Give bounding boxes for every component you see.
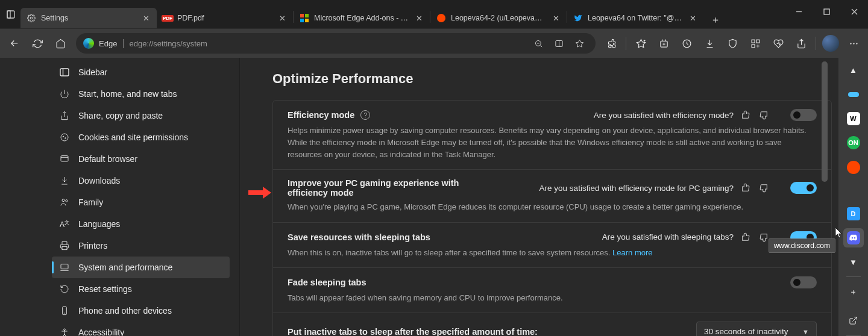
tab-title: PDF.pdf	[177, 14, 272, 22]
nav-label: Printers	[78, 241, 107, 250]
nav-reset[interactable]: Reset settings	[52, 278, 230, 300]
sidebar-discord-shortcut[interactable]	[843, 228, 864, 247]
tab-settings[interactable]: Settings ✕	[20, 8, 157, 28]
row-description: Helps minimize power usage by saving com…	[288, 125, 817, 161]
page-title: Optimize Performance	[272, 71, 832, 87]
new-tab-button[interactable]: ＋	[707, 11, 724, 28]
svg-rect-1	[7, 11, 10, 18]
close-icon[interactable]: ✕	[688, 13, 697, 23]
nav-languages[interactable]: A文Languages	[52, 213, 230, 235]
efficiency-toggle[interactable]	[790, 109, 817, 121]
titlebar: Settings ✕ PDF PDF.pdf ✕ Microsoft Edge …	[0, 0, 868, 29]
scrollbar-thumb[interactable]	[822, 61, 828, 182]
satisfy-text: Are you satisfied with efficiency mode?	[594, 111, 734, 120]
phone-icon	[59, 305, 70, 316]
tab-addons[interactable]: Microsoft Edge Add-ons - The ✕	[294, 8, 430, 28]
sidebar-edge-shortcut[interactable]	[843, 84, 864, 104]
nav-default-browser[interactable]: Default browser	[52, 148, 230, 170]
nav-accessibility[interactable]: Accessibility	[52, 322, 230, 336]
address-bar[interactable]: Edge | edge://settings/system	[76, 33, 596, 54]
svg-point-31	[856, 43, 857, 44]
thumbs-up-button[interactable]	[740, 109, 752, 121]
extensions-button[interactable]	[600, 33, 622, 54]
twitter-icon	[573, 13, 583, 23]
tab-pdf[interactable]: PDF PDF.pdf ✕	[157, 8, 293, 28]
inactivity-dropdown[interactable]: 30 seconds of inactivity ▼	[696, 322, 817, 336]
favorite-button[interactable]	[570, 34, 588, 52]
performance-button[interactable]	[767, 33, 789, 54]
favorites-button[interactable]	[630, 33, 652, 54]
toolbar-separator	[816, 37, 816, 50]
sidebar-collapse-button[interactable]: ▼	[843, 252, 864, 272]
svg-point-35	[63, 136, 63, 137]
menu-button[interactable]	[843, 33, 864, 54]
thumbs-up-button[interactable]	[740, 182, 752, 194]
row-title: Put inactive tabs to sleep after the spe…	[288, 327, 538, 336]
learn-more-link[interactable]: Learn more	[612, 248, 652, 257]
nav-share[interactable]: Share, copy and paste	[52, 105, 230, 126]
fade-toggle[interactable]	[790, 276, 817, 288]
satisfy-text: Are you satisfied with efficiency mode f…	[539, 184, 734, 193]
nav-family[interactable]: Family	[52, 191, 230, 213]
maximize-button[interactable]	[813, 0, 840, 23]
tab-reddit[interactable]: Leopeva64-2 (u/Leopeva64-2) ✕	[430, 8, 567, 28]
sidebar-wikipedia-shortcut[interactable]: W	[843, 109, 864, 128]
svg-point-36	[65, 138, 66, 138]
content-scrollbar[interactable]	[821, 58, 828, 336]
profile-button[interactable]	[820, 33, 841, 54]
info-icon[interactable]: ?	[360, 110, 370, 120]
nav-system-performance[interactable]: System and performance	[52, 257, 230, 278]
content-area: Optimize Performance Efficiency mode ? A…	[240, 58, 868, 336]
reader-button[interactable]	[550, 34, 568, 52]
browser-icon	[59, 154, 70, 164]
nav-printers[interactable]: Printers	[52, 235, 230, 257]
row-efficiency-mode: Efficiency mode ? Are you satisfied with…	[273, 101, 831, 170]
apps-button[interactable]	[744, 33, 766, 54]
thumbs-down-button[interactable]	[758, 182, 770, 194]
nav-phone[interactable]: Phone and other devices	[52, 300, 230, 322]
svg-rect-0	[7, 11, 14, 18]
svg-point-2	[30, 17, 33, 19]
nav-label: Accessibility	[78, 328, 124, 336]
downloads-button[interactable]	[699, 33, 720, 54]
share-button[interactable]	[790, 33, 812, 54]
sidebar-tooltip: www.discord.com	[769, 238, 835, 253]
nav-sidebar[interactable]: Sidebar	[52, 61, 230, 83]
svg-rect-8	[824, 9, 829, 14]
minimize-button[interactable]	[785, 0, 813, 23]
sidebar-reddit-shortcut[interactable]	[843, 157, 864, 176]
collections-button[interactable]	[653, 33, 675, 54]
close-icon[interactable]: ✕	[414, 13, 424, 23]
nav-downloads[interactable]: Downloads	[52, 170, 230, 191]
thumbs-down-button[interactable]	[758, 109, 770, 121]
back-button[interactable]	[4, 33, 25, 54]
row-title: Fade sleeping tabs	[288, 278, 366, 287]
gaming-toggle[interactable]	[790, 182, 817, 194]
nav-label: Start, home, and new tabs	[78, 89, 177, 99]
svg-marker-14	[576, 40, 583, 47]
tab-title: Settings	[41, 14, 136, 22]
security-button[interactable]	[722, 33, 743, 54]
tab-actions-button[interactable]	[0, 4, 22, 25]
tab-twitter[interactable]: Leopeva64 on Twitter: "@wind ✕	[567, 8, 703, 28]
refresh-button[interactable]	[27, 33, 48, 54]
history-button[interactable]	[676, 33, 697, 54]
nav-start[interactable]: Start, home, and new tabs	[52, 83, 230, 105]
home-button[interactable]	[49, 33, 71, 54]
close-icon[interactable]: ✕	[141, 13, 151, 23]
close-window-button[interactable]	[840, 0, 868, 23]
tab-title: Leopeva64-2 (u/Leopeva64-2)	[451, 14, 546, 22]
thumbs-up-button[interactable]	[740, 231, 752, 243]
zoom-button[interactable]	[529, 34, 547, 52]
sidebar-add-button[interactable]: ＋	[843, 282, 864, 301]
power-icon	[59, 89, 70, 99]
nav-cookies[interactable]: Cookies and site permissions	[52, 126, 230, 148]
sidebar-green-shortcut[interactable]: ON	[843, 133, 864, 152]
close-icon[interactable]: ✕	[277, 13, 287, 23]
edge-logo-icon	[83, 38, 94, 49]
sidebar-expand-button[interactable]: ▲	[843, 60, 864, 79]
address-url: edge://settings/system	[130, 39, 207, 48]
sidebar-disqus-shortcut[interactable]: D	[843, 204, 864, 223]
sidebar-popout-button[interactable]	[843, 311, 864, 331]
close-icon[interactable]: ✕	[551, 13, 561, 23]
